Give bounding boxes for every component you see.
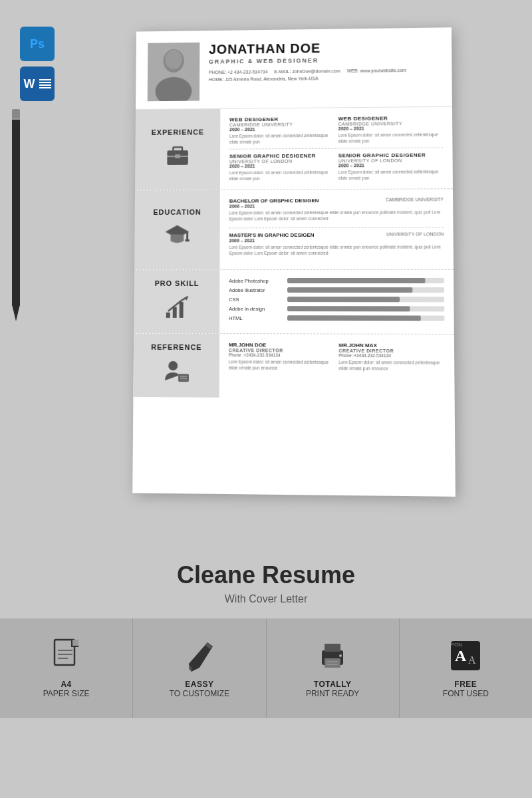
skill-illustrator: Adobe Illustrator (229, 287, 444, 293)
ref-name-1: MR.JOHN DOE (229, 342, 333, 348)
resume-contact: PHONE: +2 434-232-534734 E-MAIL: JohnDoe… (209, 66, 440, 84)
education-label: EDUCATION (134, 190, 220, 269)
exp-desc-2: Lore Epsom dolor: sit amen connected zel… (338, 132, 444, 144)
phone-info: PHONE: +2 434-232-534734 (209, 69, 268, 74)
edu-inst-1: CAMBRIDGE UNIVERSITY (386, 198, 444, 203)
exp-desc-3: Lore Epsom dolor: sit amen connected zel… (229, 170, 333, 182)
edu-item-1: BACHELOR OF GRSPHIC DESIGEN CAMBRIDGE UN… (229, 198, 444, 222)
resume-header: JONATHAN DOE GRAPHIC & WEB DESIGNER PHON… (136, 27, 452, 110)
exp-item-2: WEB DESIGENER CAMBRIDGE UNIVERSITY 2020 … (338, 115, 444, 144)
features-bar: A4 PAPER SIZE EASSY TO CUSTOMIZE (0, 618, 532, 718)
education-section: EDUCATION BACHELOR OF GRSPHIC DESIGEN CA… (134, 190, 454, 270)
skill-name-1: Adobe Photoshop (229, 278, 282, 284)
skill-name-5: HTML (229, 315, 282, 321)
skill-bar-bg-5 (287, 315, 444, 321)
ref-item-2: MR.JOHN MAX CREATIVE DIRECTOR Phone :+24… (338, 342, 445, 371)
skill-bar-fill-1 (287, 278, 425, 283)
ref-item-1: MR.JOHN DOE CREATIVE DIRECTOR Phone :+24… (229, 342, 334, 371)
svg-rect-11 (166, 313, 170, 318)
skill-name-2: Adobe Illustrator (229, 287, 282, 293)
reference-grid: MR.JOHN DOE CREATIVE DIRECTOR Phone :+24… (229, 342, 445, 372)
edu-desc-1: Lore Epsom dolor: sit amen connected zel… (229, 209, 444, 222)
ref-phone-1: Phone :+2434-232-534134 (229, 352, 334, 358)
exp-year-4: 2020 – 2021 (338, 163, 444, 168)
svg-rect-5 (173, 147, 182, 151)
resume-name: JONATHAN DOE (209, 39, 440, 57)
svg-point-31 (339, 654, 342, 657)
graduation-icon (164, 222, 190, 252)
svg-point-15 (168, 361, 178, 370)
edu-desc-2: Lore Epsom dolor: sit amen connected zel… (229, 243, 444, 256)
skill-name-3: CSS (229, 297, 282, 303)
edu-inst-2: UNIVERSITY OF LONDON (386, 231, 444, 237)
skill-name-4: Adobe In design (229, 306, 282, 312)
experience-label: EXPERIENCE (135, 109, 220, 190)
edu-item-2: MASTER'S IN GRAPHIC DESIGEN UNIVERSITY O… (229, 231, 444, 256)
svg-rect-30 (325, 658, 340, 668)
experience-section: EXPERIENCE WEB DESIGENER CAMBRIDGE UNIVE… (135, 107, 453, 191)
feature-paper-size: A4 PAPER SIZE (0, 618, 133, 718)
feature-text-2: EASSY TO CUSTOMIZE (170, 680, 229, 698)
svg-rect-20 (72, 640, 78, 646)
skill-bar-bg-1 (287, 278, 444, 283)
skill-indesign: Adobe In design (229, 306, 444, 313)
printer-icon (315, 638, 350, 673)
resume-paper: JONATHAN DOE GRAPHIC & WEB DESIGNER PHON… (132, 27, 456, 497)
feature-text-4: FREE FONT USED (443, 680, 489, 698)
edu-title-2: MASTER'S IN GRAPHIC DESIGEN (229, 232, 314, 238)
skill-bar-fill-5 (287, 315, 421, 321)
skills-label: PRO SKILL (134, 270, 219, 333)
svg-text:A: A (468, 654, 476, 666)
reference-content: MR.JOHN DOE CREATIVE DIRECTOR Phone :+24… (219, 334, 455, 399)
edu-title-1: BACHELOR OF GRSPHIC DESIGEN (229, 198, 319, 205)
svg-rect-12 (173, 307, 177, 318)
experience-grid-2: SENIOR GRAPHIC DESIGENER UNIVERSITY OF L… (229, 152, 444, 182)
skill-bar-fill-4 (287, 306, 410, 311)
skill-bar-fill-3 (287, 297, 400, 302)
exp-year-3: 2020 – 2021 (229, 164, 333, 169)
svg-text:A: A (455, 647, 467, 664)
reference-section: REFERENCE MR.JOHN DOE CREATIVE DIRECT (133, 333, 454, 398)
exp-desc-4: Lore Epsom dolor: sit amen connected zel… (338, 169, 444, 182)
email-info: E-MAIL: JohnDoe@domain.com (274, 68, 340, 74)
reference-icon (164, 358, 189, 388)
header-info: JONATHAN DOE GRAPHIC & WEB DESIGNER PHON… (209, 39, 440, 100)
exp-item-4: SENIOR GRAPHIC DESIGENER UNIVERSITY OF L… (338, 152, 444, 182)
svg-rect-13 (180, 302, 184, 318)
skills-content: Adobe Photoshop Adobe Illustrator CSS (219, 270, 454, 334)
app-icons: Ps W (20, 27, 55, 101)
profile-photo (148, 43, 200, 101)
bottom-text: Cleane Resume With Cover Letter (0, 545, 532, 618)
svg-rect-9 (186, 231, 188, 239)
ref-phone-2: Phone :+2434-232-534134 (338, 353, 444, 358)
edu-year-1: 2000 – 2021 (229, 203, 444, 209)
svg-rect-7 (175, 154, 180, 158)
ref-name-2: MR.JOHN MAX (338, 342, 444, 348)
home-info: HOME: J25 Almeria Road, Alexandria, New … (209, 76, 319, 82)
exp-item-3: SENIOR GRAPHIC DESIGENER UNIVERSITY OF L… (229, 153, 333, 182)
briefcase-icon (166, 143, 190, 171)
exp-item-1: WEB DESIGENER CAMBRIDGE UNIVERSITY 2020 … (229, 116, 333, 145)
feature-text-3: TOTALLY PRINT READY (306, 680, 359, 698)
svg-text:FON: FON (451, 642, 462, 648)
skill-bar-bg-4 (287, 306, 444, 311)
skills-section: PRO SKILL Adobe Photoshop (134, 270, 454, 334)
skill-html: HTML (229, 315, 444, 322)
edu-year-2: 2000 – 2021 (229, 237, 444, 243)
resume-title: GRAPHIC & WEB DESIGNER (209, 56, 440, 65)
experience-grid: WEB DESIGENER CAMBRIDGE UNIVERSITY 2020 … (229, 115, 443, 145)
product-title: Cleane Resume (13, 561, 519, 589)
product-subtitle: With Cover Letter (13, 593, 519, 605)
exp-year-2: 2020 – 2021 (338, 126, 443, 131)
pencil-edit-icon (182, 638, 217, 673)
feature-print-ready: TOTALLY PRINT READY (267, 618, 400, 718)
photoshop-icon: Ps (20, 27, 55, 61)
education-content: BACHELOR OF GRSPHIC DESIGEN CAMBRIDGE UN… (219, 190, 454, 269)
word-icon: W (20, 66, 55, 101)
ref-desc-2: Lore Epsom dolor: sit amen connected zel… (338, 359, 445, 372)
svg-point-10 (185, 239, 190, 241)
reference-label: REFERENCE (133, 333, 219, 397)
skill-bar-bg-2 (287, 287, 444, 293)
exp-desc-1: Lore Epsom dolor: sit amen connected zel… (229, 132, 333, 145)
top-section: Ps W (0, 0, 532, 545)
